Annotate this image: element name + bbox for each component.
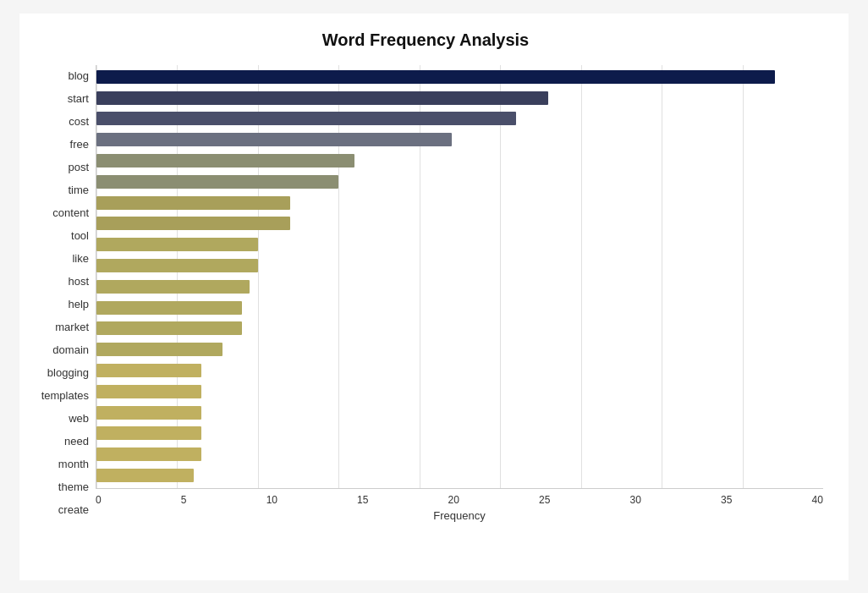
y-label: web	[69, 409, 89, 428]
y-label: host	[68, 272, 89, 291]
y-label: help	[68, 295, 89, 314]
x-tick: 5	[181, 494, 187, 506]
bar-row	[96, 110, 823, 127]
x-tick: 20	[448, 494, 459, 506]
bar	[96, 217, 290, 230]
x-axis: 0510152025303540	[96, 491, 823, 506]
bar	[96, 364, 201, 377]
y-label: blogging	[47, 364, 89, 382]
bar-row	[96, 257, 823, 274]
y-label: time	[68, 181, 89, 200]
bar	[96, 175, 338, 189]
y-label: content	[52, 204, 89, 222]
bars-area	[96, 65, 823, 489]
y-label: post	[68, 158, 89, 177]
bar	[96, 426, 201, 440]
bar	[96, 238, 258, 251]
x-tick: 25	[539, 494, 550, 506]
x-axis-label: Frequency	[96, 509, 823, 522]
y-label: templates	[41, 387, 89, 405]
bar-row	[96, 425, 823, 442]
y-label: theme	[58, 478, 89, 497]
y-label: need	[64, 432, 89, 451]
bar	[96, 259, 258, 272]
y-label: like	[72, 250, 89, 268]
x-tick: 30	[630, 494, 641, 506]
bar	[96, 280, 250, 294]
bar	[96, 154, 354, 167]
bar	[96, 70, 775, 84]
bar-row	[96, 320, 823, 337]
y-label: cost	[69, 113, 89, 131]
x-tick: 0	[96, 494, 102, 506]
chart-title: Word Frequency Analysis	[28, 30, 823, 50]
y-label: market	[55, 318, 89, 337]
x-tick: 35	[721, 494, 732, 506]
bar-row	[96, 446, 823, 463]
y-label: free	[70, 135, 89, 154]
bar-row	[96, 278, 823, 295]
bar	[96, 196, 290, 210]
bar	[96, 385, 201, 398]
bar	[96, 133, 452, 146]
bar-row	[96, 215, 823, 232]
bar-row	[96, 131, 823, 148]
bar-row	[96, 362, 823, 379]
bar-row	[96, 383, 823, 400]
bar-row	[96, 341, 823, 358]
y-label: tool	[71, 227, 89, 245]
x-tick: 15	[357, 494, 368, 506]
y-label: blog	[68, 67, 89, 85]
chart-area: blogstartcostfreeposttimecontenttoollike…	[28, 65, 823, 522]
bar	[96, 447, 201, 461]
bar	[96, 91, 548, 105]
y-label: domain	[52, 341, 89, 360]
y-label: create	[58, 501, 89, 519]
bar-row	[96, 90, 823, 107]
bar-row	[96, 69, 823, 85]
bar-row	[96, 404, 823, 421]
bar-row	[96, 152, 823, 169]
bar	[96, 406, 201, 420]
x-tick: 40	[812, 494, 823, 506]
y-label: month	[58, 455, 89, 474]
x-tick: 10	[266, 494, 277, 506]
bar	[96, 469, 194, 482]
bar-row	[96, 467, 823, 484]
bars-and-x: 0510152025303540 Frequency	[96, 65, 823, 522]
bar	[96, 321, 242, 335]
bar	[96, 112, 516, 125]
bar	[96, 343, 222, 356]
bar-row	[96, 173, 823, 190]
bar-row	[96, 236, 823, 253]
chart-container: Word Frequency Analysis blogstartcostfre…	[19, 14, 849, 580]
bar-row	[96, 195, 823, 211]
y-label: start	[68, 90, 89, 108]
y-axis: blogstartcostfreeposttimecontenttoollike…	[28, 65, 96, 522]
bar	[96, 301, 242, 315]
bar-row	[96, 299, 823, 316]
